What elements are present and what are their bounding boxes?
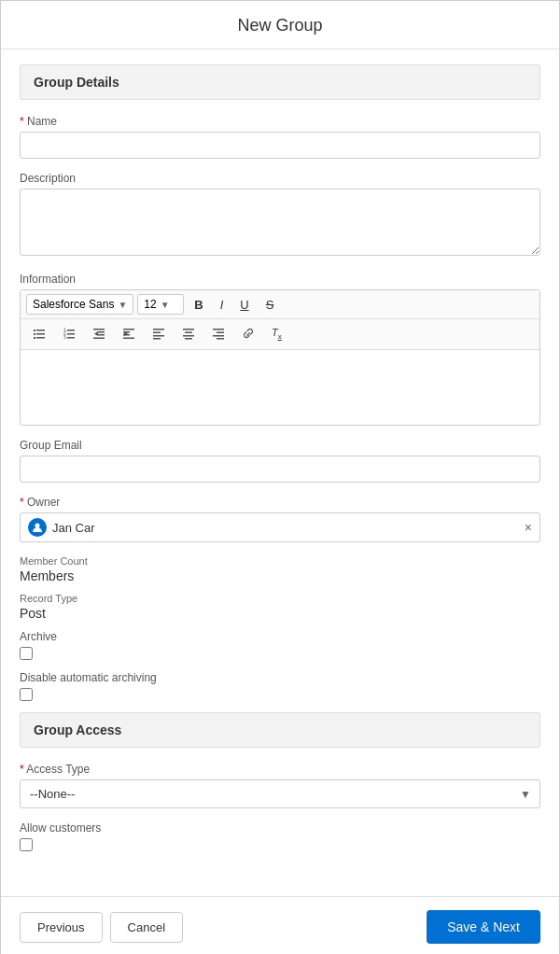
svg-rect-24 [153, 335, 164, 337]
svg-rect-26 [183, 329, 194, 330]
svg-rect-0 [34, 330, 35, 331]
rich-text-editor: Salesforce Sans ▼ 12 ▼ B I U S [20, 289, 540, 426]
allow-customers-checkbox-group: Allow customers [20, 821, 540, 851]
owner-clear-button[interactable]: × [525, 521, 532, 534]
owner-field-group: Owner Jan Car × [20, 496, 540, 542]
owner-label: Owner [20, 496, 540, 509]
bullet-list-button[interactable] [26, 323, 52, 345]
name-field-group: Name [20, 115, 540, 159]
disable-archive-label: Disable automatic archiving [20, 671, 540, 684]
svg-point-34 [35, 524, 40, 528]
bold-button[interactable]: B [188, 295, 209, 315]
font-size-select[interactable]: 12 ▼ [137, 294, 184, 315]
svg-rect-25 [153, 338, 161, 340]
italic-button[interactable]: I [214, 295, 231, 315]
align-left-button[interactable] [146, 323, 172, 345]
member-count-label: Member Count [20, 555, 540, 567]
svg-rect-23 [153, 332, 161, 334]
svg-rect-19 [123, 331, 130, 333]
svg-rect-4 [34, 337, 35, 339]
previous-button[interactable]: Previous [20, 912, 103, 943]
link-button[interactable] [235, 323, 261, 345]
record-type-label: Record Type [20, 593, 540, 604]
strikethrough-button[interactable]: S [259, 295, 281, 315]
svg-rect-20 [123, 334, 130, 336]
cancel-button[interactable]: Cancel [110, 912, 183, 943]
record-type-value: Post [20, 606, 540, 621]
left-footer-buttons: Previous Cancel [20, 912, 183, 943]
svg-rect-12 [93, 329, 105, 330]
modal-title: New Group [237, 16, 322, 35]
font-family-arrow: ▼ [118, 300, 127, 310]
disable-archive-checkbox[interactable] [20, 688, 33, 701]
access-type-label: Access Type [20, 763, 540, 776]
svg-rect-14 [98, 331, 105, 333]
svg-rect-9 [67, 333, 75, 335]
svg-rect-11 [67, 337, 75, 339]
owner-input-wrapper[interactable]: Jan Car × [20, 512, 540, 542]
svg-rect-32 [213, 335, 224, 337]
svg-rect-29 [185, 338, 192, 340]
svg-rect-5 [36, 337, 45, 339]
svg-rect-15 [98, 334, 105, 336]
allow-customers-label: Allow customers [20, 821, 540, 835]
svg-rect-21 [123, 338, 134, 340]
underline-button[interactable]: U [233, 295, 255, 315]
group-email-field-group: Group Email [20, 439, 540, 483]
archive-checkbox-group: Archive [20, 630, 540, 660]
modal-container: New Group Group Details Name Description… [0, 0, 560, 954]
svg-rect-3 [36, 333, 45, 335]
save-next-button[interactable]: Save & Next [427, 910, 540, 944]
description-field-group: Description [20, 172, 540, 260]
rte-toolbar-bottom: 1. 2. 3. [21, 319, 539, 350]
svg-rect-17 [123, 329, 134, 330]
information-field-group: Information Salesforce Sans ▼ 12 ▼ B I U… [20, 273, 540, 426]
owner-name: Jan Car [52, 521, 511, 535]
name-input[interactable] [20, 132, 540, 159]
svg-rect-16 [93, 338, 105, 340]
access-type-field-group: Access Type --None-- ▼ [20, 763, 540, 808]
access-type-select[interactable]: --None-- [20, 779, 540, 808]
font-family-select[interactable]: Salesforce Sans ▼ [26, 294, 133, 315]
group-email-label: Group Email [20, 439, 540, 452]
svg-rect-7 [67, 330, 75, 331]
indent-decrease-button[interactable] [86, 323, 112, 345]
disable-archive-checkbox-group: Disable automatic archiving [20, 671, 540, 701]
name-label: Name [20, 115, 540, 128]
svg-rect-28 [183, 335, 194, 337]
align-right-button[interactable] [205, 323, 231, 345]
access-type-select-wrapper: --None-- ▼ [20, 779, 540, 808]
owner-avatar [28, 518, 47, 537]
numbered-list-button[interactable]: 1. 2. 3. [56, 323, 82, 345]
group-email-input[interactable] [20, 456, 540, 483]
archive-checkbox[interactable] [20, 647, 33, 660]
information-label: Information [20, 273, 540, 286]
member-count-group: Member Count Members [20, 555, 540, 583]
clear-format-button[interactable]: Tx [265, 324, 288, 344]
indent-increase-button[interactable] [116, 323, 142, 345]
svg-marker-13 [94, 331, 98, 336]
rte-toolbar-top: Salesforce Sans ▼ 12 ▼ B I U S [21, 290, 539, 319]
align-center-button[interactable] [175, 323, 202, 345]
record-type-group: Record Type Post [20, 593, 540, 621]
modal-footer: Previous Cancel Save & Next [1, 896, 559, 954]
svg-rect-22 [153, 329, 164, 330]
group-access-section-header: Group Access [20, 712, 540, 748]
modal-header: New Group [1, 1, 559, 49]
scroll-area: Group Details Name Description Informati… [1, 49, 559, 896]
description-input[interactable] [20, 189, 540, 256]
svg-rect-33 [217, 338, 224, 340]
group-details-section-header: Group Details [20, 64, 540, 100]
member-count-value: Members [20, 568, 540, 583]
rte-content[interactable] [21, 350, 539, 425]
description-label: Description [20, 172, 540, 185]
font-size-arrow: ▼ [161, 300, 170, 310]
archive-label: Archive [20, 630, 540, 643]
svg-rect-27 [185, 332, 192, 334]
svg-rect-30 [213, 329, 224, 330]
svg-rect-31 [217, 332, 224, 334]
svg-text:3.: 3. [63, 334, 67, 340]
svg-rect-2 [34, 333, 35, 335]
svg-rect-1 [36, 330, 45, 331]
allow-customers-checkbox[interactable] [20, 838, 33, 851]
